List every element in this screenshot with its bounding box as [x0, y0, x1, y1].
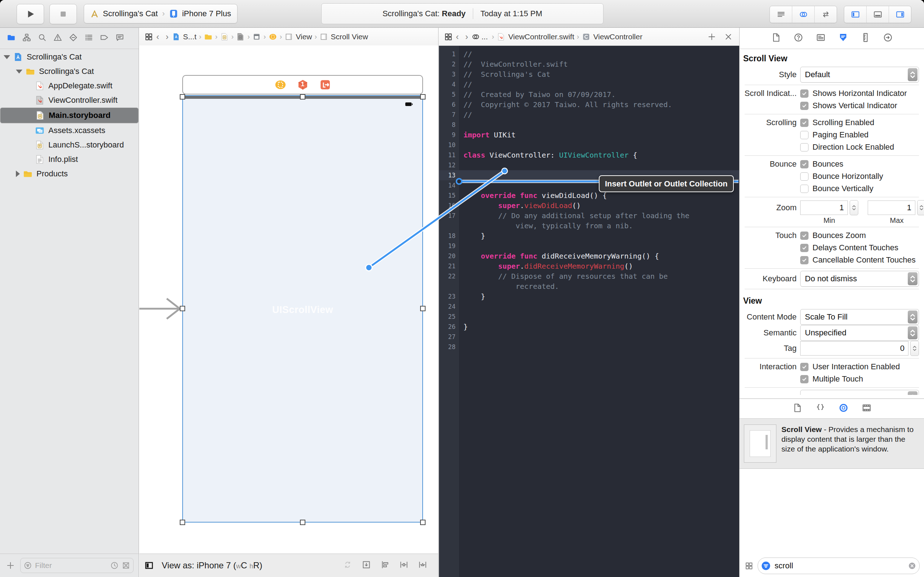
- code-line-24[interactable]: 24: [439, 301, 739, 311]
- clear-search-icon[interactable]: [908, 561, 916, 570]
- code-line-18[interactable]: 18 }: [439, 231, 739, 241]
- code-line-22[interactable]: 22 // Dispose of any resources that can …: [439, 271, 739, 281]
- checkbox[interactable]: [800, 131, 809, 139]
- code-line-16[interactable]: 16 super.viewDidLoad(): [439, 200, 739, 211]
- attributes-inspector-tab[interactable]: [838, 32, 848, 44]
- disclosure-tri-icon[interactable]: [16, 69, 23, 74]
- code-line-5[interactable]: 5 // Created by Taiwo on 07/09/2017.: [439, 89, 739, 100]
- symbol-navigator-tab[interactable]: [22, 33, 31, 44]
- stepper[interactable]: [910, 341, 919, 356]
- file-row-launchs-storyboard[interactable]: LaunchS...storyboard: [0, 138, 139, 152]
- file-row-products[interactable]: Products: [0, 167, 139, 181]
- crumb-view-controller-icon[interactable]: [252, 32, 261, 41]
- resize-handle[interactable]: [300, 94, 305, 100]
- code-line-11[interactable]: 11 class ViewController: UIViewControlle…: [439, 150, 739, 160]
- style-popup[interactable]: Default: [800, 67, 919, 82]
- report-navigator-tab[interactable]: [115, 33, 124, 44]
- content-mode-popup[interactable]: Scale To Fill: [800, 309, 919, 325]
- forward-button[interactable]: ›: [162, 32, 172, 42]
- code-line-8[interactable]: 8: [439, 120, 739, 130]
- file-row-main-storyboard[interactable]: Main.storyboard: [0, 108, 139, 123]
- crumb-view[interactable]: View: [284, 32, 312, 41]
- code-line-19[interactable]: 19: [439, 241, 739, 251]
- resize-handle[interactable]: [420, 306, 426, 311]
- stop-button[interactable]: [50, 4, 77, 24]
- code-line-wrap[interactable]: view, typically from a nib.: [439, 221, 739, 231]
- utilities-toggle-button[interactable]: [889, 6, 911, 23]
- standard-editor-button[interactable]: [770, 6, 792, 23]
- resize-handle[interactable]: [420, 520, 426, 525]
- resize-handle[interactable]: [180, 94, 185, 100]
- code-line-27[interactable]: 27: [439, 332, 739, 342]
- quick-help-inspector-tab[interactable]: [793, 32, 803, 44]
- code-line-2[interactable]: 2 // ViewController.swift: [439, 59, 739, 69]
- size-inspector-tab[interactable]: [861, 32, 871, 44]
- code-line-wrap[interactable]: recreated.: [439, 281, 739, 292]
- identity-inspector-tab[interactable]: [816, 32, 826, 44]
- find-navigator-tab[interactable]: [37, 33, 47, 44]
- stepper[interactable]: [850, 200, 858, 215]
- debug-area-toggle-button[interactable]: [867, 6, 889, 23]
- library-search-field[interactable]: scroll: [758, 558, 920, 574]
- assistant-editor-button[interactable]: [792, 6, 815, 23]
- zoom-max-field[interactable]: 1: [868, 200, 915, 215]
- back-button[interactable]: ‹: [153, 32, 162, 42]
- exit-segue-icon[interactable]: [319, 79, 331, 91]
- crumb-folder[interactable]: [204, 32, 213, 41]
- disclosure-tri-icon[interactable]: [3, 55, 10, 59]
- scroll-view-on-canvas[interactable]: UIScrollView: [182, 95, 423, 522]
- code-line-21[interactable]: 21 super.didReceiveMemoryWarning(): [439, 261, 739, 271]
- breakpoint-navigator-tab[interactable]: [100, 33, 109, 44]
- checkbox[interactable]: [800, 363, 809, 371]
- resize-handle[interactable]: [300, 520, 305, 525]
- file-row-viewcontroller-swift[interactable]: ViewController.swift: [0, 93, 139, 108]
- code-line-25[interactable]: 25: [439, 311, 739, 322]
- crumb-scroll-view[interactable]: Scroll View: [320, 32, 368, 41]
- checkbox[interactable]: [800, 256, 809, 264]
- counterparts-dots[interactable]: ...: [480, 32, 489, 41]
- code-line-17[interactable]: 17 // Do any additional setup after load…: [439, 211, 739, 221]
- library-item-scroll-view[interactable]: Scroll View - Provides a mechanism to di…: [740, 419, 924, 469]
- recent-files-icon[interactable]: [110, 561, 119, 570]
- close-editor-button[interactable]: [724, 32, 733, 41]
- first-responder-icon[interactable]: 1: [297, 79, 309, 91]
- related-items-icon[interactable]: [144, 32, 153, 41]
- code-line-9[interactable]: 9 import UIKit: [439, 130, 739, 140]
- add-constraints-button[interactable]: [399, 560, 409, 571]
- crumb-storyboard-scene[interactable]: [236, 32, 245, 41]
- resize-handle[interactable]: [420, 94, 426, 100]
- checkbox[interactable]: [800, 89, 809, 98]
- code-line-28[interactable]: 28: [439, 342, 739, 352]
- code-line-12[interactable]: 12: [439, 160, 739, 170]
- checkbox[interactable]: [800, 119, 809, 127]
- crumb-storyboard[interactable]: [220, 32, 229, 41]
- checkbox[interactable]: [800, 172, 809, 181]
- library-grid-view-icon[interactable]: [745, 561, 753, 570]
- jumpbar-symbol-label[interactable]: ViewController: [591, 32, 643, 41]
- add-file-button[interactable]: [6, 561, 15, 570]
- checkbox[interactable]: [800, 185, 809, 193]
- counterparts-icon[interactable]: [472, 32, 480, 41]
- code-line-10[interactable]: 10: [439, 140, 739, 150]
- jumpbar-file-label[interactable]: ViewController.swift: [505, 32, 574, 41]
- test-navigator-tab[interactable]: [69, 33, 78, 44]
- connections-inspector-tab[interactable]: [883, 32, 893, 44]
- checkbox[interactable]: [800, 244, 809, 252]
- zoom-min-field[interactable]: 1: [800, 200, 848, 215]
- code-line-4[interactable]: 4 //: [439, 79, 739, 89]
- checkbox[interactable]: [800, 375, 809, 384]
- checkbox[interactable]: [800, 160, 809, 168]
- file-row-scrollinga-s-cat[interactable]: Scrollinga's Cat: [0, 64, 139, 79]
- forward-button[interactable]: ›: [462, 32, 472, 42]
- scm-filter-icon[interactable]: [122, 561, 130, 570]
- code-line-1[interactable]: 1 //: [439, 49, 739, 59]
- media-library-tab[interactable]: [861, 403, 872, 414]
- view-as-label[interactable]: View as: iPhone 7 (wC hR): [162, 561, 262, 571]
- resize-handle[interactable]: [180, 306, 185, 311]
- code-line-6[interactable]: 6 // Copyright © 2017 Taiwo. All rights …: [439, 100, 739, 110]
- embed-in-stack-button[interactable]: [362, 560, 371, 571]
- scheme-selector[interactable]: Scrollinga's Cat › iPhone 7 Plus: [84, 4, 237, 23]
- version-editor-button[interactable]: [815, 6, 837, 23]
- object-library-tab[interactable]: [838, 403, 848, 414]
- source-editor[interactable]: 1 // 2 // ViewController.swift 3 // Scro…: [439, 45, 739, 577]
